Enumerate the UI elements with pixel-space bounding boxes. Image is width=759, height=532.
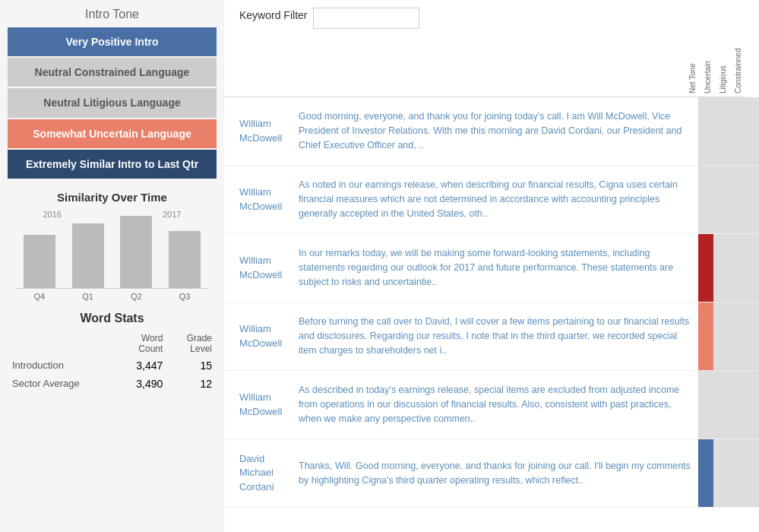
- keyword-filter-row: Keyword Filter: [224, 8, 759, 36]
- tone-item-neutral-constrained[interactable]: Neutral Constrained Language: [8, 58, 217, 87]
- bar-q2: [120, 216, 152, 288]
- col-litigious: [729, 371, 744, 439]
- col-litigious: [729, 166, 744, 233]
- speaker-cell: David Michael Cordani: [224, 439, 293, 507]
- tone-item-somewhat-uncertain[interactable]: Somewhat Uncertain Language: [8, 119, 217, 148]
- similarity-section: Similarity Over Time 2016 2017: [8, 191, 217, 302]
- stats-row-introduction: Introduction 3,447 15: [8, 356, 217, 375]
- table-row: William McDowell As noted in our earning…: [224, 166, 759, 234]
- word-stats-title: Word Stats: [8, 312, 217, 325]
- col-litigious: [729, 97, 744, 165]
- col-net-tone: [698, 439, 713, 507]
- th-constrainned: Constrainned: [730, 36, 745, 93]
- q1-label: Q1: [82, 292, 93, 301]
- intro-tone-title: Intro Tone: [8, 8, 217, 21]
- word-stats-section: Word Stats WordCount GradeLevel Introduc…: [8, 312, 217, 393]
- speaker-cell: William McDowell: [224, 234, 293, 302]
- table-row: William McDowell As described in today's…: [224, 371, 759, 439]
- stats-header-grade-level: GradeLevel: [167, 331, 217, 356]
- q4-label: Q4: [34, 292, 46, 301]
- text-cell: As noted in our earnings release, when d…: [293, 166, 698, 233]
- year-label-2016: 2016: [43, 210, 62, 219]
- stats-label-sector: Sector Average: [8, 375, 116, 393]
- col-constrainned: [744, 302, 759, 370]
- th-uncertain: Uncertain: [700, 36, 715, 93]
- col-constrainned: [744, 97, 759, 165]
- col-uncertain: [713, 371, 729, 439]
- bar-q1: [72, 223, 104, 288]
- col-uncertain: [713, 439, 729, 507]
- word-stats-table: WordCount GradeLevel Introduction 3,447 …: [8, 331, 217, 393]
- q2-label: Q2: [131, 292, 142, 301]
- stats-grade-sector: 12: [167, 375, 217, 393]
- quarter-labels: Q4 Q1 Q2 Q3: [15, 289, 209, 302]
- similarity-title: Similarity Over Time: [8, 191, 217, 204]
- th-net-tone: Net Tone: [685, 36, 700, 93]
- text-cell: In our remarks today, we will be making …: [293, 234, 698, 302]
- table-row: William McDowell Before turning the call…: [224, 302, 759, 371]
- bar-q4: [24, 235, 55, 288]
- col-uncertain: [713, 166, 729, 233]
- table-row: William McDowell Good morning, everyone,…: [224, 97, 759, 166]
- col-uncertain: [713, 302, 729, 370]
- table-row: David Michael Cordani Thanks, Will. Good…: [224, 439, 759, 508]
- stats-word-count-sector: 3,490: [116, 375, 167, 393]
- bar-q3: [169, 231, 201, 288]
- q3-label: Q3: [179, 292, 191, 301]
- col-net-tone: [698, 97, 713, 165]
- text-cell: Before turning the call over to David, I…: [293, 302, 698, 370]
- stats-grade-introduction: 15: [167, 356, 217, 375]
- th-columns: Net Tone Uncertain Litigious Constrainne…: [685, 36, 745, 93]
- metric-cols: [698, 97, 759, 165]
- similarity-chart: [15, 220, 209, 289]
- col-uncertain: [713, 234, 729, 302]
- right-panel: Keyword Filter Net Tone Uncertain Litigi…: [224, 0, 759, 532]
- tone-item-very-positive[interactable]: Very Positive Intro: [8, 27, 217, 56]
- col-net-tone: [698, 166, 713, 233]
- tone-item-extremely-similar[interactable]: Extremely Similar Intro to Last Qtr: [8, 150, 217, 179]
- table-row: William McDowell In our remarks today, w…: [224, 234, 759, 302]
- col-uncertain: [713, 97, 729, 165]
- metric-cols: [698, 439, 759, 507]
- col-constrainned: [744, 371, 759, 439]
- table-scroll[interactable]: William McDowell Good morning, everyone,…: [224, 97, 759, 532]
- metric-cols: [698, 166, 759, 233]
- stats-word-count-introduction: 3,447: [116, 356, 167, 375]
- col-net-tone: [698, 371, 713, 439]
- col-litigious: [729, 234, 744, 302]
- stats-label-introduction: Introduction: [8, 356, 116, 375]
- col-litigious: [729, 302, 744, 370]
- text-cell: Thanks, Will. Good morning, everyone, an…: [293, 439, 698, 507]
- year-label-2017: 2017: [163, 210, 181, 219]
- intro-tone-items: Very Positive Intro Neutral Constrained …: [8, 27, 217, 179]
- th-litigious: Litigious: [715, 36, 730, 93]
- speaker-cell: William McDowell: [224, 166, 293, 233]
- stats-row-sector: Sector Average 3,490 12: [8, 375, 217, 393]
- stats-header-word-count: WordCount: [116, 331, 167, 356]
- speaker-cell: William McDowell: [224, 302, 293, 370]
- text-cell: Good morning, everyone, and thank you fo…: [293, 97, 698, 165]
- col-constrainned: [744, 234, 759, 302]
- speaker-cell: William McDowell: [224, 371, 293, 439]
- metric-cols: [698, 371, 759, 439]
- keyword-filter-label: Keyword Filter: [239, 8, 307, 21]
- keyword-filter-input[interactable]: [313, 8, 419, 29]
- col-net-tone: [698, 234, 713, 302]
- stats-header-empty: [8, 331, 116, 356]
- text-cell: As described in today's earnings release…: [293, 371, 698, 439]
- col-constrainned: [744, 166, 759, 233]
- col-constrainned: [744, 439, 759, 507]
- col-litigious: [729, 439, 744, 507]
- col-net-tone: [698, 302, 713, 370]
- metric-cols: [698, 234, 759, 302]
- metric-cols: [698, 302, 759, 370]
- tone-item-neutral-litigious[interactable]: Neutral Litigious Language: [8, 88, 217, 117]
- left-panel: Intro Tone Very Positive Intro Neutral C…: [0, 0, 224, 532]
- speaker-cell: William McDowell: [224, 97, 293, 165]
